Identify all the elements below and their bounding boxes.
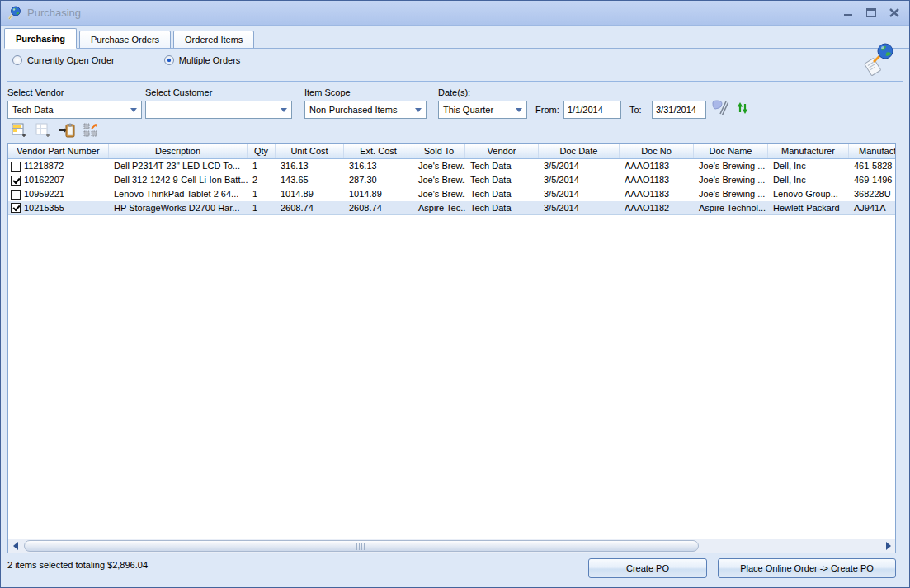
tab-purchase-orders[interactable]: Purchase Orders — [79, 31, 171, 48]
check-all-button[interactable] — [11, 122, 27, 139]
table-cell: 3/5/2014 — [539, 173, 620, 187]
scrollbar-track[interactable] — [22, 539, 881, 553]
table-cell: Tech Data — [465, 159, 539, 173]
chevron-down-icon — [516, 108, 522, 112]
row-checkbox[interactable] — [11, 190, 21, 200]
table-row[interactable]: 10959221Lenovo ThinkPad Tablet 2 64...11… — [8, 187, 895, 201]
close-icon[interactable] — [889, 8, 899, 17]
table-cell: 1 — [248, 201, 276, 214]
title-bar: Purchasing — [1, 1, 909, 26]
customer-dropdown[interactable] — [145, 101, 292, 119]
item-scope-label: Item Scope — [304, 87, 351, 97]
row-checkbox[interactable] — [11, 162, 21, 172]
radio-label: Multiple Orders — [179, 55, 241, 65]
table-cell: 2608.74 — [276, 201, 344, 214]
row-checkbox[interactable] — [11, 203, 21, 213]
table-cell: 368228U — [849, 187, 896, 201]
chevron-down-icon — [130, 108, 137, 112]
table-row[interactable]: 10162207Dell 312-1242 9-Cell Li-Ion Batt… — [8, 173, 895, 187]
globe-magnifier-app-icon — [7, 6, 22, 21]
refresh-icon — [737, 101, 748, 115]
column-header[interactable]: Doc No — [620, 144, 694, 158]
table-cell: Joe's Brewing ... — [694, 187, 768, 201]
radio-label: Currently Open Order — [27, 55, 115, 65]
column-header[interactable]: Qty — [248, 144, 276, 158]
tab-purchasing[interactable]: Purchasing — [4, 28, 77, 49]
column-header[interactable]: Manufacturer — [768, 144, 849, 158]
grid-body: 11218872Dell P2314T 23'' LED LCD To...13… — [8, 159, 895, 215]
separator-line — [7, 81, 903, 82]
vendor-dropdown-value: Tech Data — [8, 101, 141, 118]
column-header[interactable]: Sold To — [413, 144, 465, 158]
column-header[interactable]: Vendor — [465, 144, 539, 158]
resize-grid-button[interactable] — [83, 122, 99, 139]
radio-icon — [164, 55, 174, 65]
table-row[interactable]: 11218872Dell P2314T 23'' LED LCD To...13… — [8, 159, 895, 173]
table-cell: Joe's Brew... — [413, 173, 465, 187]
date-range-dropdown[interactable]: This Quarter — [438, 101, 527, 119]
table-cell: AAAO1183 — [620, 187, 694, 201]
table-cell: Aspire Tec... — [413, 201, 465, 214]
to-date-input[interactable] — [652, 101, 706, 119]
tab-ordered-items[interactable]: Ordered Items — [173, 31, 254, 48]
table-cell: AAAO1182 — [620, 201, 694, 214]
column-header[interactable]: Unit Cost — [276, 144, 344, 158]
column-header[interactable]: Description — [109, 144, 248, 158]
table-cell: Aspire Technol... — [694, 201, 768, 214]
table-cell: Dell, Inc — [768, 173, 849, 187]
table-cell: 1 — [248, 159, 276, 173]
table-cell: Lenovo Group... — [768, 187, 849, 201]
table-cell: 1014.89 — [276, 187, 344, 201]
vendor-part-number: 10162207 — [24, 173, 64, 187]
from-date-input[interactable] — [563, 101, 621, 119]
grid-highlight-icon — [12, 123, 26, 138]
grid-toolbar — [11, 122, 99, 139]
table-cell: 287.30 — [344, 173, 413, 187]
horizontal-scrollbar[interactable] — [8, 539, 895, 553]
radio-currently-open-order[interactable]: Currently Open Order — [12, 55, 115, 65]
refresh-button[interactable] — [737, 101, 748, 117]
place-online-order-button[interactable]: Place Online Order -> Create PO — [718, 558, 896, 578]
item-scope-dropdown[interactable]: Non-Purchased Items — [304, 101, 427, 119]
online-ordering-button[interactable] — [860, 42, 897, 78]
edit-filter-button[interactable] — [710, 99, 730, 119]
date-range-dropdown-value: This Quarter — [439, 101, 526, 118]
column-header[interactable]: Ext. Cost — [344, 144, 413, 158]
create-po-button[interactable]: Create PO — [588, 558, 707, 578]
minimize-icon[interactable] — [843, 8, 853, 17]
table-cell: Dell, Inc — [768, 159, 849, 173]
column-header[interactable]: Manufactur — [849, 144, 896, 158]
radio-icon — [12, 55, 22, 65]
table-cell: 2 — [248, 173, 276, 187]
table-cell: 316.13 — [276, 159, 344, 173]
purchasing-window: Purchasing Purchasing Purchase Orders Or… — [0, 0, 910, 588]
table-cell: Dell P2314T 23'' LED LCD To... — [109, 159, 248, 173]
scrollbar-thumb[interactable] — [24, 540, 699, 552]
table-cell: 316.13 — [344, 159, 413, 173]
table-cell: Tech Data — [465, 201, 539, 214]
radio-multiple-orders[interactable]: Multiple Orders — [164, 55, 241, 65]
copy-to-clipboard-button[interactable] — [59, 122, 75, 139]
column-header[interactable]: Doc Name — [694, 144, 768, 158]
table-cell: Dell 312-1242 9-Cell Li-Ion Batt... — [109, 173, 248, 187]
grid-faded-icon — [35, 123, 50, 138]
table-cell: Lenovo ThinkPad Tablet 2 64... — [109, 187, 248, 201]
uncheck-all-button[interactable] — [35, 122, 51, 139]
scroll-left-icon[interactable] — [8, 539, 22, 553]
table-cell: HP StorageWorks D2700 Har... — [109, 201, 248, 214]
vendor-dropdown[interactable]: Tech Data — [7, 101, 142, 119]
maximize-icon[interactable] — [866, 8, 876, 17]
table-cell: Tech Data — [465, 187, 539, 201]
table-cell: 1 — [248, 187, 276, 201]
row-checkbox[interactable] — [11, 176, 21, 186]
table-cell: AJ941A — [849, 201, 896, 214]
chevron-down-icon — [415, 108, 422, 112]
selection-status-text: 2 items selected totaling $2,896.04 — [7, 560, 148, 570]
scroll-right-icon[interactable] — [881, 539, 895, 553]
column-header[interactable]: Vendor Part Number — [8, 144, 109, 158]
column-header[interactable]: Doc Date — [539, 144, 620, 158]
grid-header: Vendor Part NumberDescriptionQtyUnit Cos… — [8, 144, 895, 159]
table-row[interactable]: 10215355HP StorageWorks D2700 Har...1260… — [8, 201, 895, 215]
table-cell: 469-1496 — [849, 173, 896, 187]
table-cell: Joe's Brew... — [413, 187, 465, 201]
